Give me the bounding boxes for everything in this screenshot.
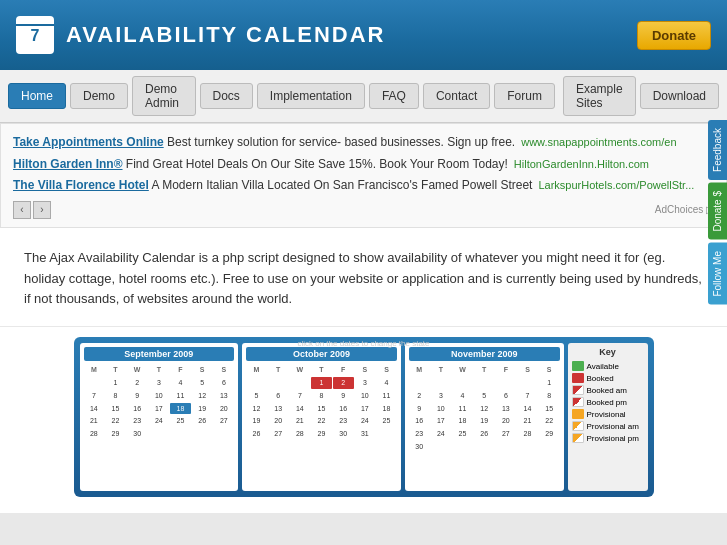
cal-cell[interactable]: 9 (333, 390, 354, 402)
cal-cell[interactable]: 3 (431, 390, 452, 402)
cal-cell[interactable]: 25 (376, 415, 397, 427)
cal-cell[interactable]: 11 (170, 390, 191, 402)
cal-cell[interactable]: 28 (84, 428, 105, 440)
cal-cell[interactable]: 11 (376, 390, 397, 402)
nav-item-contact[interactable]: Contact (423, 83, 490, 109)
ad-link-2[interactable]: The Villa Florence Hotel (13, 178, 149, 192)
cal-cell[interactable]: 7 (290, 390, 311, 402)
cal-cell[interactable]: 10 (355, 390, 376, 402)
sidebar-tab-follow-me[interactable]: Follow Me (708, 243, 727, 305)
cal-cell[interactable]: 21 (517, 415, 538, 427)
cal-cell[interactable]: 20 (496, 415, 517, 427)
cal-cell[interactable]: 16 (127, 403, 148, 415)
cal-cell[interactable]: 24 (355, 415, 376, 427)
nav-item-demo[interactable]: Demo (70, 83, 128, 109)
sidebar-tab-feedback[interactable]: Feedback (708, 120, 727, 180)
cal-cell[interactable]: 23 (333, 415, 354, 427)
cal-cell[interactable]: 11 (452, 403, 473, 415)
cal-cell[interactable]: 26 (474, 428, 495, 440)
nav-item-faq[interactable]: FAQ (369, 83, 419, 109)
cal-cell[interactable]: 17 (149, 403, 170, 415)
cal-cell[interactable]: 13 (214, 390, 235, 402)
cal-cell[interactable]: 1 (105, 377, 126, 389)
cal-cell[interactable]: 4 (170, 377, 191, 389)
nav-item-home[interactable]: Home (8, 83, 66, 109)
cal-cell[interactable]: 19 (474, 415, 495, 427)
cal-cell[interactable]: 24 (149, 415, 170, 427)
cal-cell[interactable]: 30 (127, 428, 148, 440)
cal-cell[interactable]: 29 (105, 428, 126, 440)
cal-cell[interactable]: 14 (517, 403, 538, 415)
cal-cell[interactable]: 5 (192, 377, 213, 389)
cal-cell[interactable]: 5 (246, 390, 267, 402)
cal-cell[interactable]: 6 (214, 377, 235, 389)
nav-item-docs[interactable]: Docs (200, 83, 253, 109)
cal-cell[interactable]: 21 (84, 415, 105, 427)
cal-cell[interactable]: 15 (539, 403, 560, 415)
cal-cell[interactable]: 26 (246, 428, 267, 440)
cal-cell[interactable]: 7 (517, 390, 538, 402)
nav-item-download[interactable]: Download (640, 83, 719, 109)
cal-cell[interactable]: 20 (214, 403, 235, 415)
cal-cell[interactable]: 19 (192, 403, 213, 415)
cal-cell[interactable]: 14 (290, 403, 311, 415)
sidebar-tab-donate-$[interactable]: Donate $ (708, 183, 727, 240)
nav-item-demo-admin[interactable]: Demo Admin (132, 76, 195, 116)
cal-cell[interactable]: 15 (311, 403, 332, 415)
cal-cell[interactable]: 18 (376, 403, 397, 415)
cal-cell[interactable]: 12 (192, 390, 213, 402)
cal-cell[interactable]: 19 (246, 415, 267, 427)
cal-cell[interactable]: 15 (105, 403, 126, 415)
cal-cell[interactable]: 14 (84, 403, 105, 415)
ad-link-1[interactable]: Hilton Garden Inn® (13, 157, 123, 171)
cal-cell[interactable]: 28 (290, 428, 311, 440)
nav-item-implementation[interactable]: Implementation (257, 83, 365, 109)
cal-cell[interactable]: 4 (452, 390, 473, 402)
cal-cell[interactable]: 17 (431, 415, 452, 427)
cal-cell[interactable]: 3 (355, 377, 376, 389)
cal-cell[interactable]: 16 (409, 415, 430, 427)
ad-prev-button[interactable]: ‹ (13, 201, 31, 219)
cal-cell[interactable]: 13 (268, 403, 289, 415)
cal-cell[interactable]: 1 (311, 377, 332, 389)
cal-cell[interactable]: 3 (149, 377, 170, 389)
cal-cell[interactable]: 29 (311, 428, 332, 440)
nav-item-example-sites[interactable]: Example Sites (563, 76, 636, 116)
cal-cell[interactable]: 20 (268, 415, 289, 427)
cal-cell[interactable]: 21 (290, 415, 311, 427)
cal-cell[interactable]: 23 (409, 428, 430, 440)
cal-cell[interactable]: 8 (311, 390, 332, 402)
cal-cell[interactable]: 2 (409, 390, 430, 402)
cal-cell[interactable]: 29 (539, 428, 560, 440)
cal-cell[interactable]: 8 (105, 390, 126, 402)
cal-cell[interactable]: 22 (105, 415, 126, 427)
cal-cell[interactable]: 18 (452, 415, 473, 427)
cal-cell[interactable]: 16 (333, 403, 354, 415)
cal-cell[interactable]: 2 (127, 377, 148, 389)
cal-cell[interactable]: 10 (431, 403, 452, 415)
cal-cell[interactable]: 27 (214, 415, 235, 427)
cal-cell[interactable]: 24 (431, 428, 452, 440)
cal-cell[interactable]: 6 (268, 390, 289, 402)
cal-cell[interactable]: 23 (127, 415, 148, 427)
cal-cell[interactable]: 5 (474, 390, 495, 402)
cal-cell[interactable]: 27 (496, 428, 517, 440)
cal-cell[interactable]: 30 (333, 428, 354, 440)
cal-cell[interactable]: 1 (539, 377, 560, 389)
ad-link-0[interactable]: Take Appointments Online (13, 135, 164, 149)
cal-cell[interactable]: 25 (170, 415, 191, 427)
cal-cell[interactable]: 4 (376, 377, 397, 389)
cal-cell[interactable]: 7 (84, 390, 105, 402)
cal-cell[interactable]: 10 (149, 390, 170, 402)
cal-cell[interactable]: 2 (333, 377, 354, 389)
cal-cell[interactable]: 17 (355, 403, 376, 415)
cal-cell[interactable]: 12 (474, 403, 495, 415)
cal-cell[interactable]: 30 (409, 441, 430, 453)
cal-cell[interactable]: 8 (539, 390, 560, 402)
donate-button[interactable]: Donate (637, 21, 711, 50)
cal-cell[interactable]: 22 (311, 415, 332, 427)
cal-cell[interactable]: 25 (452, 428, 473, 440)
cal-cell[interactable]: 22 (539, 415, 560, 427)
cal-cell[interactable]: 9 (127, 390, 148, 402)
cal-cell[interactable]: 31 (355, 428, 376, 440)
